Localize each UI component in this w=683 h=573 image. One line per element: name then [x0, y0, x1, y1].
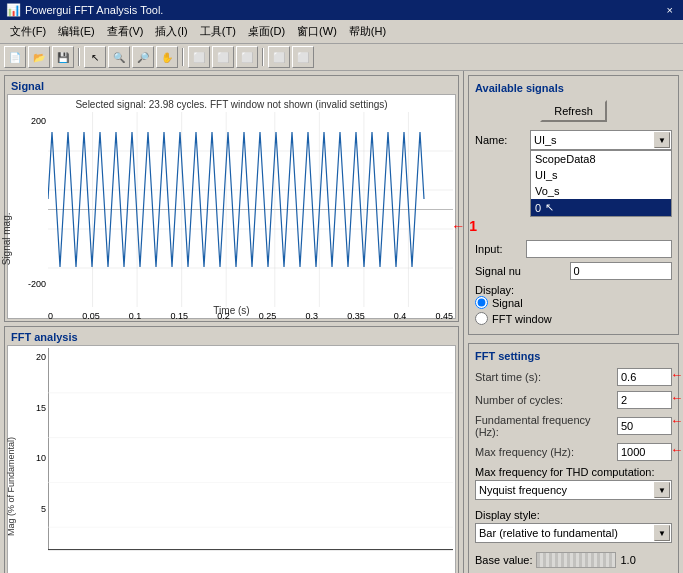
signal-section-label: Signal: [7, 78, 456, 94]
fft-y-20: 20: [36, 352, 46, 362]
fund-freq-field: Fundamental frequency (Hz): ← 4: [475, 414, 672, 438]
signal-num-input[interactable]: [570, 262, 673, 280]
fund-freq-input[interactable]: [617, 417, 672, 435]
display-signal-row: Signal: [475, 296, 672, 309]
fft-settings-title: FFT settings: [475, 350, 672, 362]
display-style-dropdown[interactable]: Bar (relative to fundamental): [475, 523, 672, 543]
start-time-field: Start time (s): ← 2: [475, 368, 672, 386]
y-min: -200: [28, 279, 46, 289]
fft-chart-area: 20 15 10 5: [10, 348, 453, 572]
toolbar-new[interactable]: 📄: [4, 46, 26, 68]
arrow-2: ← 2: [670, 367, 683, 382]
num-cycles-input[interactable]: [617, 391, 672, 409]
fft-settings-panel: FFT settings Start time (s): ← 2 Number …: [468, 343, 679, 573]
fft-y-label: Mag (% of Fundamental): [6, 437, 16, 536]
toolbar-pan[interactable]: ✋: [156, 46, 178, 68]
window-title: Powergui FFT Analysis Tool.: [25, 4, 163, 16]
x-axis-labels: 0 0.05 0.1 0.15 0.2 0.25 0.3 0.35 0.4 0.…: [48, 311, 453, 321]
signal-chart-container: Selected signal: 23.98 cycles. FFT windo…: [7, 94, 456, 319]
menu-view[interactable]: 查看(V): [101, 22, 150, 41]
available-signals-panel: Available signals Refresh Name: UI_s ▼ S…: [468, 75, 679, 335]
signal-num-row: Signal nu: [475, 262, 672, 280]
arrow-5: ← 5: [670, 442, 683, 457]
display-fft-row: FFT window: [475, 312, 672, 325]
num-cycles-field: Number of cycles: ← 3: [475, 391, 672, 409]
toolbar-save[interactable]: 💾: [52, 46, 74, 68]
max-freq-label: Max frequency (Hz):: [475, 446, 617, 458]
toolbar-cursor[interactable]: ↖: [84, 46, 106, 68]
num-cycles-label: Number of cycles:: [475, 394, 617, 406]
menu-bar: 文件(F) 编辑(E) 查看(V) 插入(I) 工具(T) 桌面(D) 窗口(W…: [0, 20, 683, 44]
option-0[interactable]: 0 ↖: [531, 199, 671, 216]
display-signal-label: Signal: [492, 297, 523, 309]
max-freq-field: Max frequency (Hz): ← 5: [475, 443, 672, 461]
display-signal-radio[interactable]: [475, 296, 488, 309]
toolbar-b4[interactable]: ⬜: [268, 46, 290, 68]
input-field[interactable]: [526, 240, 672, 258]
app-icon: 📊: [6, 3, 21, 17]
nyquist-dropdown-wrapper: Nyquist frequency ▼: [475, 480, 672, 504]
left-panel: Signal Selected signal: 23.98 cycles. FF…: [0, 71, 463, 573]
base-value-row: Base value: 1.0: [475, 552, 672, 568]
display-radio-group: Display: Signal FFT window: [475, 284, 672, 325]
fft-chart-container: 20 15 10 5: [7, 345, 456, 573]
fft-y-5: 5: [41, 504, 46, 514]
fft-section-label: FFT analysis: [7, 329, 456, 345]
input-row: Input:: [475, 240, 672, 258]
start-time-input[interactable]: [617, 368, 672, 386]
menu-tools[interactable]: 工具(T): [194, 22, 242, 41]
close-button[interactable]: ×: [663, 4, 677, 16]
menu-window[interactable]: 窗口(W): [291, 22, 343, 41]
option-scopedata8[interactable]: ScopeData8: [531, 151, 671, 167]
title-bar: 📊 Powergui FFT Analysis Tool. ×: [0, 0, 683, 20]
toolbar-sep3: [262, 48, 264, 66]
arrow-4: ← 4: [670, 413, 683, 428]
available-signals-title: Available signals: [475, 82, 672, 94]
name-row: Name: UI_s ▼ ScopeData8 UI_s Vo_s 0 ↖: [475, 130, 672, 150]
arrow-1: ← 1: [451, 218, 477, 234]
cursor-icon: ↖: [545, 201, 554, 214]
base-value-label: Base value:: [475, 554, 532, 566]
toolbar-zoom-in[interactable]: 🔍: [108, 46, 130, 68]
menu-edit[interactable]: 编辑(E): [52, 22, 101, 41]
display-style-section: Display style: Bar (relative to fundamen…: [475, 509, 672, 547]
menu-help[interactable]: 帮助(H): [343, 22, 392, 41]
option-vos[interactable]: Vo_s: [531, 183, 671, 199]
toolbar-b1[interactable]: ⬜: [188, 46, 210, 68]
name-display[interactable]: UI_s: [530, 130, 672, 150]
toolbar-b3[interactable]: ⬜: [236, 46, 258, 68]
fund-freq-label: Fundamental frequency (Hz):: [475, 414, 617, 438]
display-style-dropdown-wrapper: Bar (relative to fundamental) ▼: [475, 523, 672, 547]
max-freq-input[interactable]: [617, 443, 672, 461]
menu-file[interactable]: 文件(F): [4, 22, 52, 41]
signal-chart-title: Selected signal: 23.98 cycles. FFT windo…: [10, 97, 453, 112]
fft-y-10: 10: [36, 453, 46, 463]
toolbar-sep2: [182, 48, 184, 66]
signal-plot-area: 0 0.05 0.1 0.15 0.2 0.25 0.3 0.35 0.4 0.…: [48, 112, 453, 307]
nyquist-dropdown[interactable]: Nyquist frequency: [475, 480, 672, 500]
signal-y-label: Signal mag.: [1, 212, 12, 265]
refresh-button[interactable]: Refresh: [540, 100, 607, 122]
fft-plot-area: [48, 348, 453, 572]
toolbar-b2[interactable]: ⬜: [212, 46, 234, 68]
base-value-blurred: [536, 552, 616, 568]
display-label: Display:: [475, 284, 514, 296]
display-style-label: Display style:: [475, 509, 672, 521]
signal-y-axis: 200 -200: [10, 112, 48, 307]
arrow-3: ← 3: [670, 390, 683, 405]
menu-insert[interactable]: 插入(I): [149, 22, 193, 41]
right-panel: Available signals Refresh Name: UI_s ▼ S…: [463, 71, 683, 573]
toolbar-open[interactable]: 📂: [28, 46, 50, 68]
toolbar-sep1: [78, 48, 80, 66]
start-time-label: Start time (s):: [475, 371, 617, 383]
signal-chart-area: 200 -200: [10, 112, 453, 307]
name-dropdown-container: UI_s ▼ ScopeData8 UI_s Vo_s 0 ↖: [530, 130, 672, 150]
y-max: 200: [31, 116, 46, 126]
toolbar-zoom-out[interactable]: 🔎: [132, 46, 154, 68]
signal-num-label: Signal nu: [475, 265, 570, 277]
toolbar-b5[interactable]: ⬜: [292, 46, 314, 68]
menu-desktop[interactable]: 桌面(D): [242, 22, 291, 41]
fft-svg: [48, 348, 453, 572]
option-uis[interactable]: UI_s: [531, 167, 671, 183]
display-fft-radio[interactable]: [475, 312, 488, 325]
